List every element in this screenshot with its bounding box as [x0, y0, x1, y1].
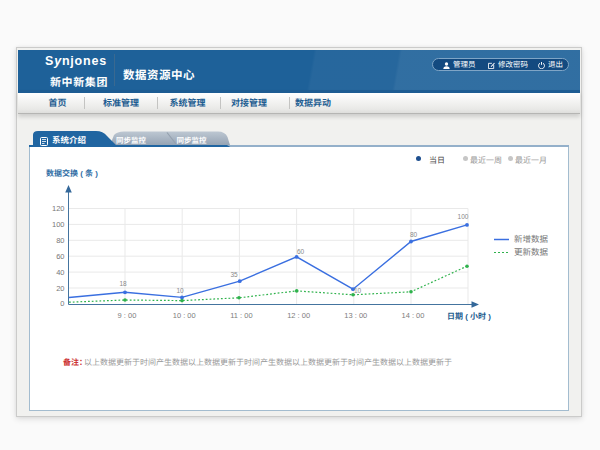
svg-text:100: 100 [52, 220, 65, 229]
svg-text:40: 40 [56, 268, 64, 277]
svg-text:10: 10 [354, 287, 362, 294]
svg-text:12 : 00: 12 : 00 [287, 311, 310, 320]
svg-text:10 : 00: 10 : 00 [173, 311, 196, 320]
svg-text:18: 18 [119, 280, 127, 287]
svg-text:20: 20 [56, 284, 64, 293]
svg-text:80: 80 [56, 236, 64, 245]
svg-text:11 : 00: 11 : 00 [230, 311, 252, 320]
svg-text:更新数据: 更新数据 [514, 247, 549, 257]
svg-text:9 : 00: 9 : 00 [118, 311, 137, 320]
svg-text:120: 120 [52, 204, 65, 213]
svg-text:60: 60 [297, 248, 305, 255]
svg-text:100: 100 [458, 213, 469, 220]
svg-text:新增数据: 新增数据 [514, 234, 549, 244]
svg-text:14 : 00: 14 : 00 [402, 311, 425, 320]
svg-text:10: 10 [176, 287, 184, 294]
svg-text:13 : 00: 13 : 00 [344, 311, 367, 320]
svg-text:0: 0 [60, 299, 64, 308]
svg-text:80: 80 [410, 231, 418, 238]
svg-text:60: 60 [56, 252, 64, 261]
svg-text:35: 35 [230, 271, 238, 278]
svg-text:日期 ( 小时 ): 日期 ( 小时 ) [447, 312, 491, 321]
